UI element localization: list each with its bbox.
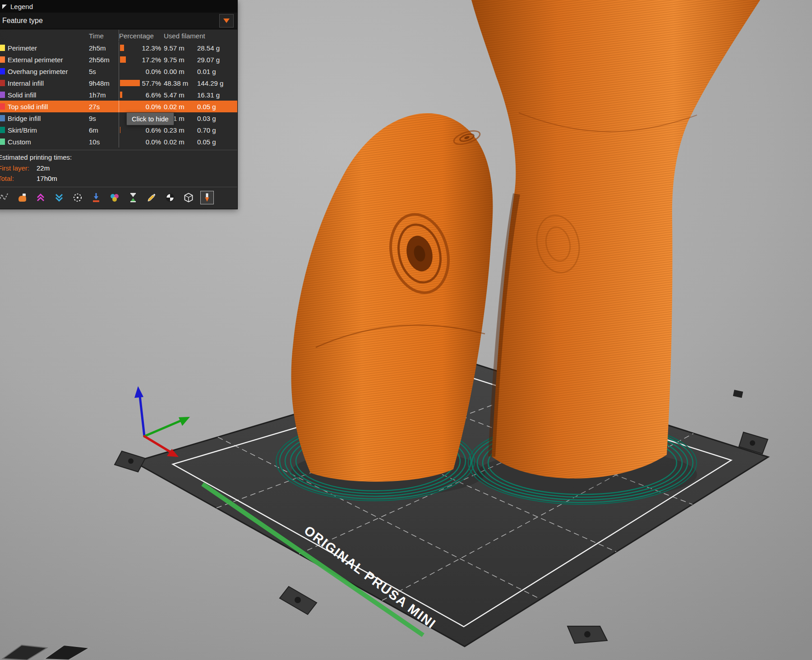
feature-name: Internal infill [8,79,87,87]
feature-time: 2h56m [89,56,117,64]
legend-titlebar[interactable]: Legend [0,0,237,13]
col-percentage: Percentage [119,30,162,42]
feature-color-swatch [0,56,5,63]
legend-toolbar [0,187,237,209]
feature-length: 0.00 m [164,68,195,75]
gcode-preview-viewport[interactable]: ORIGINAL PRUSA MINI [0,0,812,660]
feature-row-solid-infill[interactable]: Solid infill 1h7m 6.6% 5.47 m 16.31 g [0,89,237,101]
feature-length: 0.02 m [164,103,195,111]
percentage-bar [120,45,124,51]
feature-percentage: 12.3% [119,42,162,54]
feature-time: 2h5m [89,44,117,52]
feature-time: 1h7m [89,91,117,99]
feature-color-swatch [0,68,5,74]
feature-color-swatch [0,45,5,51]
feature-color-swatch [0,80,5,86]
feature-weight: 0.05 g [197,103,233,111]
feature-length: 48.38 m [164,79,195,87]
feature-percentage: 6.6% [119,89,162,101]
first-layer-label: First layer: [0,164,37,172]
feature-color-swatch [0,115,5,121]
feature-row-top-solid-infill[interactable]: Top solid infill 27s 0.0% 0.02 m 0.05 g [0,101,237,112]
click-to-hide-tooltip: Click to hide [126,112,174,125]
feature-row-bridge-infill[interactable]: Bridge infill 9s 0.0% 0.01 m 0.03 g [0,112,237,124]
center-of-gravity-icon[interactable] [163,191,177,204]
feature-name: Overhang perimeter [8,68,87,75]
legend-title: Legend [10,3,33,10]
feature-length: 0.02 m [164,138,195,146]
feature-time: 10s [89,138,117,146]
feature-length: 5.47 m [164,91,195,99]
feature-color-swatch [0,103,5,110]
percentage-bar [120,92,122,98]
feature-weight: 0.70 g [197,126,233,134]
deretractions-icon[interactable] [52,191,66,204]
first-layer-value: 22m [37,164,50,172]
feature-row-perimeter[interactable]: Perimeter 2h5m 12.3% 9.57 m 28.54 g [0,42,237,54]
feature-name: Custom [8,138,87,146]
pause-prints-icon[interactable] [126,191,140,204]
feature-percentage: 0.0% [119,136,162,148]
feature-time: 9h48m [89,79,117,87]
seams-icon[interactable] [71,191,84,204]
tool-changes-icon[interactable] [89,191,103,204]
feature-color-swatch [0,92,5,98]
feature-name: External perimeter [8,56,87,64]
feature-name: Skirt/Brim [8,126,87,134]
first-layer-row: First layer: 22m [0,163,237,173]
chevron-down-icon [223,18,230,23]
total-label: Total: [0,175,37,182]
tool-marker-icon[interactable] [200,191,214,204]
feature-time: 5s [89,68,117,75]
feature-time: 27s [89,103,117,111]
wipe-icon[interactable] [15,191,29,204]
total-row: Total: 17h0m [0,173,237,184]
feature-weight: 28.54 g [197,44,233,52]
legend-header-row: Time Percentage Used filament [0,29,237,42]
feature-length: 9.57 m [164,44,195,52]
feature-weight: 29.07 g [197,56,233,64]
feature-name: Solid infill [8,91,87,99]
collapse-triangle-icon[interactable] [2,5,7,9]
feature-weight: 144.29 g [197,79,233,87]
feature-weight: 0.01 g [197,68,233,75]
feature-percentage: 0.0% [119,101,162,112]
feature-weight: 0.05 g [197,138,233,146]
feature-name: Top solid infill [8,103,87,111]
feature-percentage: 57.7% [119,77,162,89]
feature-row-internal-infill[interactable]: Internal infill 9h48m 57.7% 48.38 m 144.… [0,77,237,89]
percentage-bar [120,56,126,63]
feature-percentage: 0.0% [119,65,162,77]
feature-row-overhang-perimeter[interactable]: Overhang perimeter 5s 0.0% 0.00 m 0.01 g [0,65,237,77]
legend-panel: Legend Feature type Time Percentage Used… [0,0,238,209]
feature-length: 0.23 m [164,126,195,134]
percentage-bar [120,80,140,86]
feature-length: 9.75 m [164,56,195,64]
feature-row-external-perimeter[interactable]: External perimeter 2h56m 17.2% 9.75 m 29… [0,54,237,65]
feature-percentage: 0.6% [119,124,162,136]
dropdown-button[interactable] [219,14,234,28]
estimated-times-title: Estimated printing times: [0,150,237,163]
feature-color-swatch [0,127,5,133]
feature-name: Perimeter [8,44,87,52]
total-value: 17h0m [37,175,57,182]
travels-icon[interactable] [0,191,10,204]
retractions-icon[interactable] [34,191,47,204]
col-used-filament: Used filament [164,32,233,40]
feature-row-custom[interactable]: Custom 10s 0.0% 0.02 m 0.05 g [0,136,237,148]
feature-row-skirt-brim[interactable]: Skirt/Brim 6m 0.6% 0.23 m 0.70 g [0,124,237,136]
feature-percentage: 17.2% [119,54,162,65]
shells-icon[interactable] [182,191,195,204]
color-changes-icon[interactable] [108,191,121,204]
col-time: Time [89,32,117,40]
feature-weight: 16.31 g [197,91,233,99]
feature-name: Bridge infill [8,115,87,122]
feature-weight: 0.03 g [197,115,233,122]
feature-color-swatch [0,138,5,145]
custom-gcodes-icon[interactable] [145,191,158,204]
view-type-label: Feature type [2,17,219,25]
feature-time: 6m [89,126,117,134]
feature-time: 9s [89,115,117,122]
view-type-dropdown[interactable]: Feature type [0,13,237,29]
